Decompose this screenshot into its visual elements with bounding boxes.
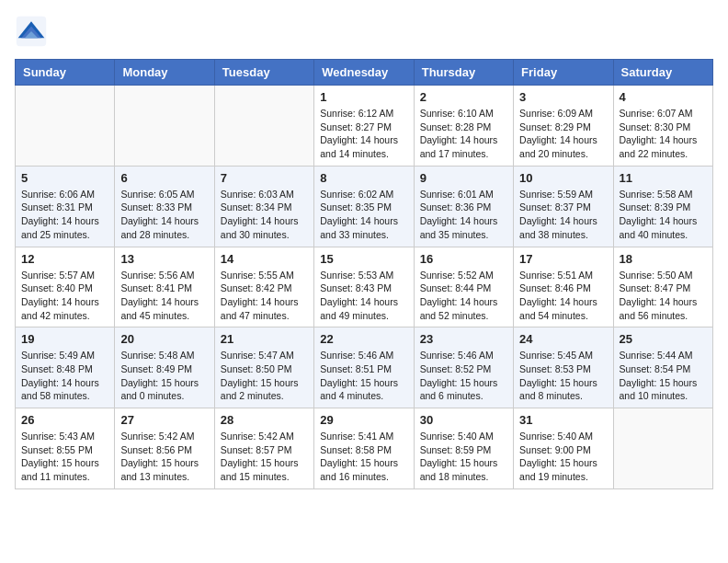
calendar-cell: 3Sunrise: 6:09 AM Sunset: 8:29 PM Daylig… [514,86,613,167]
weekday-header-tuesday: Tuesday [214,60,313,86]
day-info: Sunrise: 5:55 AM Sunset: 8:42 PM Dayligh… [221,269,308,323]
day-number: 17 [519,252,607,266]
day-number: 1 [320,90,407,104]
weekday-header-sunday: Sunday [16,60,115,86]
calendar-table: SundayMondayTuesdayWednesdayThursdayFrid… [15,59,713,489]
day-info: Sunrise: 5:42 AM Sunset: 8:57 PM Dayligh… [221,430,308,484]
weekday-header-saturday: Saturday [613,60,712,86]
calendar-cell: 30Sunrise: 5:40 AM Sunset: 8:59 PM Dayli… [414,408,513,489]
day-number: 16 [420,252,507,266]
day-info: Sunrise: 5:40 AM Sunset: 9:00 PM Dayligh… [519,430,607,484]
calendar-cell: 24Sunrise: 5:45 AM Sunset: 8:53 PM Dayli… [514,327,613,408]
day-number: 15 [320,252,407,266]
day-number: 29 [320,413,407,427]
day-number: 9 [420,171,507,185]
calendar-cell: 11Sunrise: 5:58 AM Sunset: 8:39 PM Dayli… [613,166,712,247]
calendar-cell: 17Sunrise: 5:51 AM Sunset: 8:46 PM Dayli… [514,247,613,327]
day-number: 25 [620,332,707,346]
weekday-header-thursday: Thursday [414,60,513,86]
day-info: Sunrise: 5:41 AM Sunset: 8:58 PM Dayligh… [320,430,407,484]
calendar-week-4: 19Sunrise: 5:49 AM Sunset: 8:48 PM Dayli… [16,327,713,408]
calendar-cell: 14Sunrise: 5:55 AM Sunset: 8:42 PM Dayli… [214,247,313,327]
day-info: Sunrise: 6:02 AM Sunset: 8:35 PM Dayligh… [320,188,407,242]
calendar-cell: 6Sunrise: 6:05 AM Sunset: 8:33 PM Daylig… [115,166,214,247]
calendar-cell: 4Sunrise: 6:07 AM Sunset: 8:30 PM Daylig… [613,86,712,167]
calendar-cell: 19Sunrise: 5:49 AM Sunset: 8:48 PM Dayli… [16,327,115,408]
weekday-header-wednesday: Wednesday [314,60,414,86]
calendar-cell: 31Sunrise: 5:40 AM Sunset: 9:00 PM Dayli… [514,408,613,489]
day-info: Sunrise: 5:48 AM Sunset: 8:49 PM Dayligh… [120,349,208,403]
day-number: 23 [420,332,507,346]
day-info: Sunrise: 5:46 AM Sunset: 8:52 PM Dayligh… [420,349,507,403]
calendar-cell: 10Sunrise: 5:59 AM Sunset: 8:37 PM Dayli… [514,166,613,247]
day-info: Sunrise: 5:52 AM Sunset: 8:44 PM Dayligh… [420,269,507,323]
calendar-cell: 21Sunrise: 5:47 AM Sunset: 8:50 PM Dayli… [214,327,313,408]
day-number: 27 [120,413,208,427]
day-info: Sunrise: 6:10 AM Sunset: 8:28 PM Dayligh… [420,107,507,161]
day-info: Sunrise: 5:56 AM Sunset: 8:41 PM Dayligh… [120,269,208,323]
calendar-cell: 5Sunrise: 6:06 AM Sunset: 8:31 PM Daylig… [16,166,115,247]
day-number: 22 [320,332,407,346]
day-number: 5 [21,171,108,185]
day-number: 18 [620,252,707,266]
calendar-cell: 2Sunrise: 6:10 AM Sunset: 8:28 PM Daylig… [414,86,513,167]
day-number: 30 [420,413,507,427]
calendar-cell: 8Sunrise: 6:02 AM Sunset: 8:35 PM Daylig… [314,166,414,247]
page-header [15,15,713,48]
day-info: Sunrise: 6:09 AM Sunset: 8:29 PM Dayligh… [519,107,607,161]
weekday-header-row: SundayMondayTuesdayWednesdayThursdayFrid… [16,60,713,86]
day-info: Sunrise: 5:40 AM Sunset: 8:59 PM Dayligh… [420,430,507,484]
day-info: Sunrise: 6:03 AM Sunset: 8:34 PM Dayligh… [221,188,308,242]
day-info: Sunrise: 5:47 AM Sunset: 8:50 PM Dayligh… [221,349,308,403]
calendar-cell: 16Sunrise: 5:52 AM Sunset: 8:44 PM Dayli… [414,247,513,327]
day-info: Sunrise: 5:58 AM Sunset: 8:39 PM Dayligh… [620,188,707,242]
logo-icon [15,15,48,48]
calendar-cell [16,86,115,167]
day-info: Sunrise: 6:07 AM Sunset: 8:30 PM Dayligh… [620,107,707,161]
day-number: 28 [221,413,308,427]
calendar-week-5: 26Sunrise: 5:43 AM Sunset: 8:55 PM Dayli… [16,408,713,489]
calendar-week-2: 5Sunrise: 6:06 AM Sunset: 8:31 PM Daylig… [16,166,713,247]
calendar-cell: 9Sunrise: 6:01 AM Sunset: 8:36 PM Daylig… [414,166,513,247]
day-number: 20 [120,332,208,346]
day-info: Sunrise: 5:53 AM Sunset: 8:43 PM Dayligh… [320,269,407,323]
day-number: 11 [620,171,707,185]
calendar-cell: 12Sunrise: 5:57 AM Sunset: 8:40 PM Dayli… [16,247,115,327]
weekday-header-monday: Monday [115,60,214,86]
day-number: 14 [221,252,308,266]
calendar-cell: 13Sunrise: 5:56 AM Sunset: 8:41 PM Dayli… [115,247,214,327]
calendar-cell: 25Sunrise: 5:44 AM Sunset: 8:54 PM Dayli… [613,327,712,408]
day-info: Sunrise: 5:50 AM Sunset: 8:47 PM Dayligh… [620,269,707,323]
calendar-cell: 15Sunrise: 5:53 AM Sunset: 8:43 PM Dayli… [314,247,414,327]
calendar-cell: 20Sunrise: 5:48 AM Sunset: 8:49 PM Dayli… [115,327,214,408]
calendar-cell: 28Sunrise: 5:42 AM Sunset: 8:57 PM Dayli… [214,408,313,489]
weekday-header-friday: Friday [514,60,613,86]
logo [15,15,53,48]
day-info: Sunrise: 6:05 AM Sunset: 8:33 PM Dayligh… [120,188,208,242]
calendar-cell: 26Sunrise: 5:43 AM Sunset: 8:55 PM Dayli… [16,408,115,489]
day-number: 24 [519,332,607,346]
calendar-cell: 22Sunrise: 5:46 AM Sunset: 8:51 PM Dayli… [314,327,414,408]
day-number: 21 [221,332,308,346]
day-number: 10 [519,171,607,185]
day-info: Sunrise: 5:59 AM Sunset: 8:37 PM Dayligh… [519,188,607,242]
calendar-cell: 23Sunrise: 5:46 AM Sunset: 8:52 PM Dayli… [414,327,513,408]
calendar-week-1: 1Sunrise: 6:12 AM Sunset: 8:27 PM Daylig… [16,86,713,167]
day-info: Sunrise: 6:06 AM Sunset: 8:31 PM Dayligh… [21,188,108,242]
day-number: 19 [21,332,108,346]
day-info: Sunrise: 6:01 AM Sunset: 8:36 PM Dayligh… [420,188,507,242]
day-info: Sunrise: 5:43 AM Sunset: 8:55 PM Dayligh… [21,430,108,484]
day-info: Sunrise: 6:12 AM Sunset: 8:27 PM Dayligh… [320,107,407,161]
day-info: Sunrise: 5:49 AM Sunset: 8:48 PM Dayligh… [21,349,108,403]
day-info: Sunrise: 5:51 AM Sunset: 8:46 PM Dayligh… [519,269,607,323]
calendar-cell: 27Sunrise: 5:42 AM Sunset: 8:56 PM Dayli… [115,408,214,489]
day-info: Sunrise: 5:42 AM Sunset: 8:56 PM Dayligh… [120,430,208,484]
day-number: 7 [221,171,308,185]
day-number: 13 [120,252,208,266]
day-number: 6 [120,171,208,185]
calendar-cell: 1Sunrise: 6:12 AM Sunset: 8:27 PM Daylig… [314,86,414,167]
day-number: 12 [21,252,108,266]
calendar-cell [214,86,313,167]
day-info: Sunrise: 5:45 AM Sunset: 8:53 PM Dayligh… [519,349,607,403]
day-info: Sunrise: 5:46 AM Sunset: 8:51 PM Dayligh… [320,349,407,403]
